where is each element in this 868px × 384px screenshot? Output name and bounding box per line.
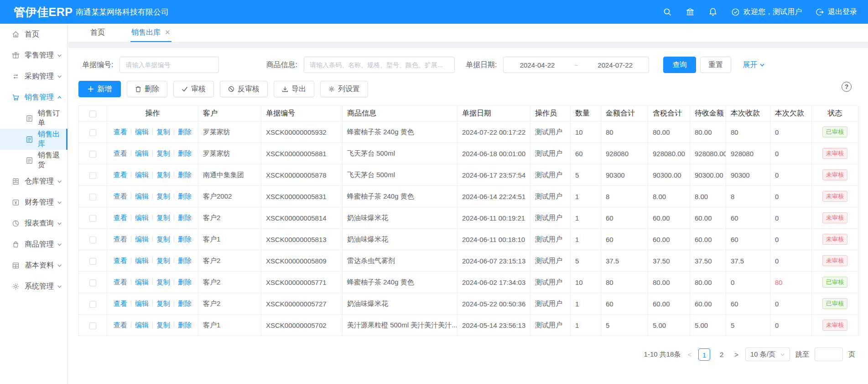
action-delete-link[interactable]: 删除 bbox=[178, 149, 192, 157]
sidebar-item-sales-order[interactable]: 销售订单 bbox=[0, 108, 68, 129]
action-view-link[interactable]: 查看 bbox=[114, 235, 127, 243]
action-delete-link[interactable]: 删除 bbox=[178, 235, 192, 243]
action-copy-link[interactable]: 复制 bbox=[156, 128, 170, 136]
logout-button[interactable]: 退出登录 bbox=[816, 7, 857, 17]
search-button[interactable]: 查询 bbox=[663, 57, 696, 73]
action-view-link[interactable]: 查看 bbox=[114, 321, 127, 329]
action-edit-link[interactable]: 编辑 bbox=[135, 128, 149, 136]
action-view-link[interactable]: 查看 bbox=[114, 171, 127, 179]
action-edit-link[interactable]: 编辑 bbox=[135, 321, 149, 329]
action-view-link[interactable]: 查看 bbox=[114, 149, 127, 157]
action-edit-link[interactable]: 编辑 bbox=[135, 257, 149, 264]
select-row-checkbox[interactable] bbox=[89, 215, 96, 222]
date-range-picker[interactable]: 2024-04-22 ~ 2024-07-22 bbox=[503, 57, 649, 73]
organization-icon[interactable] bbox=[686, 7, 695, 16]
action-edit-link[interactable]: 编辑 bbox=[135, 278, 149, 286]
select-row-checkbox[interactable] bbox=[89, 301, 96, 308]
action-view-link[interactable]: 查看 bbox=[114, 278, 127, 286]
action-delete-link[interactable]: 删除 bbox=[178, 214, 192, 221]
select-row-checkbox[interactable] bbox=[89, 151, 96, 158]
action-copy-link[interactable]: 复制 bbox=[156, 278, 170, 286]
select-row-checkbox[interactable] bbox=[89, 172, 96, 179]
sidebar-item-sales-management[interactable]: 销售管理 bbox=[0, 87, 68, 108]
customer-cell: 客户2 bbox=[198, 293, 261, 315]
tab-home[interactable]: 首页 bbox=[89, 24, 106, 42]
reset-button[interactable]: 重置 bbox=[700, 57, 731, 73]
sidebar-item-sales-return[interactable]: 销售退货 bbox=[0, 150, 68, 171]
tab-sales-outbound[interactable]: 销售出库 ✕ bbox=[130, 24, 172, 42]
action-delete-link[interactable]: 删除 bbox=[178, 192, 192, 200]
select-row-checkbox[interactable] bbox=[89, 322, 96, 329]
sidebar-item-system-management[interactable]: 系统管理 bbox=[0, 276, 68, 297]
select-row-checkbox[interactable] bbox=[89, 258, 96, 265]
action-copy-link[interactable]: 复制 bbox=[156, 192, 170, 200]
page-size-select[interactable]: 10 条/页 bbox=[745, 347, 790, 361]
action-view-link[interactable]: 查看 bbox=[114, 300, 127, 307]
action-delete-link[interactable]: 删除 bbox=[178, 128, 192, 136]
select-all-checkbox[interactable] bbox=[89, 110, 96, 117]
action-edit-link[interactable]: 编辑 bbox=[135, 235, 149, 243]
notification-bell-icon[interactable] bbox=[708, 7, 717, 16]
column-settings-button[interactable]: 列设置 bbox=[320, 81, 368, 97]
action-edit-link[interactable]: 编辑 bbox=[135, 214, 149, 221]
sidebar-item-product-management[interactable]: 商品管理 bbox=[0, 234, 68, 255]
action-copy-link[interactable]: 复制 bbox=[156, 300, 170, 307]
action-copy-link[interactable]: 复制 bbox=[156, 171, 170, 179]
action-copy-link[interactable]: 复制 bbox=[156, 257, 170, 264]
search-icon[interactable] bbox=[663, 7, 672, 16]
sidebar-item-purchase-management[interactable]: 采购管理 bbox=[0, 66, 68, 87]
sidebar-item-home[interactable]: 首页 bbox=[0, 24, 68, 45]
next-page-arrow[interactable]: > bbox=[733, 351, 740, 358]
select-row-checkbox[interactable] bbox=[89, 194, 96, 200]
sidebar-item-finance-management[interactable]: 财务管理 bbox=[0, 192, 68, 213]
sidebar-item-sales-outbound[interactable]: 销售出库 bbox=[0, 129, 68, 150]
action-view-link[interactable]: 查看 bbox=[114, 128, 127, 136]
unaudit-button[interactable]: 反审核 bbox=[220, 81, 268, 97]
action-edit-link[interactable]: 编辑 bbox=[135, 149, 149, 157]
status-cell: 已审核 bbox=[812, 293, 858, 315]
bill-no-input[interactable] bbox=[120, 57, 219, 73]
action-edit-link[interactable]: 编辑 bbox=[135, 171, 149, 179]
status-cell: 已审核 bbox=[812, 121, 858, 143]
sidebar-item-basic-data[interactable]: 基本资料 bbox=[0, 255, 68, 276]
page-number-1[interactable]: 1 bbox=[698, 348, 710, 361]
action-copy-link[interactable]: 复制 bbox=[156, 149, 170, 157]
action-copy-link[interactable]: 复制 bbox=[156, 214, 170, 221]
sidebar-item-label: 商品管理 bbox=[25, 240, 54, 249]
action-delete-link[interactable]: 删除 bbox=[178, 257, 192, 264]
add-button[interactable]: 新增 bbox=[78, 81, 121, 97]
action-delete-link[interactable]: 删除 bbox=[178, 171, 192, 179]
expand-filters-link[interactable]: 展开 bbox=[743, 60, 765, 70]
product-info-input[interactable] bbox=[304, 57, 455, 73]
user-welcome[interactable]: 欢迎您，测试用户 bbox=[731, 7, 802, 17]
action-copy-link[interactable]: 复制 bbox=[156, 235, 170, 243]
action-view-link[interactable]: 查看 bbox=[114, 257, 127, 264]
sidebar-item-warehouse-management[interactable]: 仓库管理 bbox=[0, 171, 68, 192]
tab-close-icon[interactable]: ✕ bbox=[165, 28, 171, 37]
action-view-link[interactable]: 查看 bbox=[114, 214, 127, 221]
page-number-2[interactable]: 2 bbox=[716, 348, 728, 361]
select-row-checkbox[interactable] bbox=[89, 237, 96, 243]
action-delete-link[interactable]: 删除 bbox=[178, 321, 192, 329]
export-button[interactable]: 导出 bbox=[274, 81, 314, 97]
action-delete-link[interactable]: 删除 bbox=[178, 300, 192, 307]
action-copy-link[interactable]: 复制 bbox=[156, 321, 170, 329]
select-row-checkbox[interactable] bbox=[89, 129, 96, 136]
action-edit-link[interactable]: 编辑 bbox=[135, 192, 149, 200]
sidebar-item-retail-management[interactable]: 零售管理 bbox=[0, 45, 68, 66]
audit-button[interactable]: 审核 bbox=[173, 81, 214, 97]
table-row: 查看编辑复制删除 南通中集集团 XSCK00000005878 飞天茅台 500… bbox=[79, 164, 858, 186]
select-row-checkbox[interactable] bbox=[89, 279, 96, 286]
qty-cell: 5 bbox=[571, 250, 601, 272]
jump-to-page-input[interactable] bbox=[815, 347, 843, 361]
action-view-link[interactable]: 查看 bbox=[114, 192, 127, 200]
sidebar-item-report-query[interactable]: 报表查询 bbox=[0, 213, 68, 234]
action-delete-link[interactable]: 删除 bbox=[178, 278, 192, 286]
action-divider bbox=[152, 193, 153, 199]
action-edit-link[interactable]: 编辑 bbox=[135, 300, 149, 307]
sidebar-menu: 首页 零售管理 采购管理 销售管理 销售订单 销售出库 销售退货 仓库管理 财务… bbox=[0, 24, 68, 384]
prev-page-arrow[interactable]: < bbox=[686, 351, 693, 358]
basicdata-icon bbox=[12, 262, 20, 269]
help-icon[interactable]: ? bbox=[842, 82, 852, 92]
delete-button[interactable]: 删除 bbox=[127, 81, 167, 97]
